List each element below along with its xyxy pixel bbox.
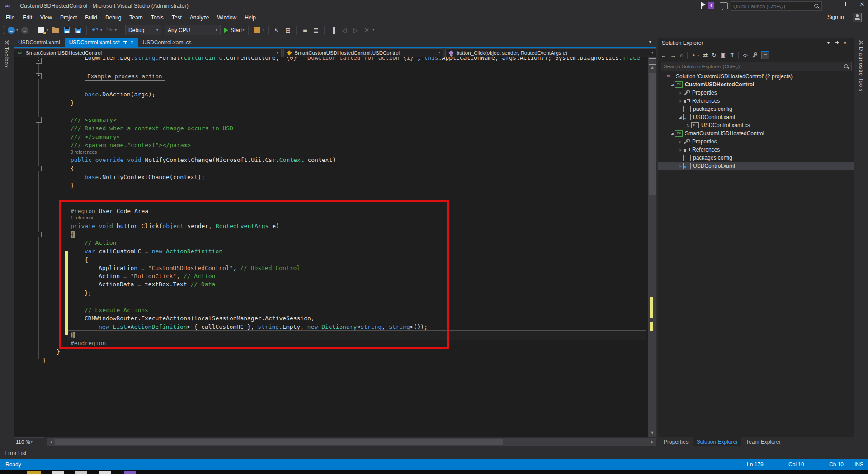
home-button[interactable]: ⌂: [680, 52, 683, 58]
toolbox-tool-tab[interactable]: Toolbox: [0, 38, 13, 68]
pending-changes-filter-icon[interactable]: ◔: [692, 52, 695, 58]
tree-item-properties[interactable]: ▷Properties: [658, 89, 854, 97]
open-file-icon[interactable]: [52, 28, 59, 33]
outline-collapse-icon[interactable]: -: [36, 58, 42, 64]
scroll-right-icon[interactable]: ▸: [648, 440, 656, 444]
menu-team[interactable]: Team: [125, 13, 146, 22]
editor-horizontal-scrollbar[interactable]: ◂ ▸: [47, 438, 656, 446]
navigate-forward-button[interactable]: →: [21, 27, 28, 34]
quick-launch-box[interactable]: [731, 1, 822, 11]
sync-with-active-document-icon[interactable]: ⇄: [703, 52, 708, 58]
breadcrumb-1[interactable]: C#SmartCustomUSDHostedControl▾: [14, 48, 282, 57]
undo-dropdown-icon[interactable]: ▾: [100, 28, 102, 32]
tree-item-usdcontrol-xaml-cs[interactable]: ▷USDControl.xaml.cs: [658, 121, 854, 129]
menu-analyze[interactable]: Analyze: [186, 13, 213, 22]
navigate-backward-dropdown-icon[interactable]: ▾: [16, 28, 18, 32]
breadcrumb-3[interactable]: button_Click(object sender, RoutedEventA…: [445, 48, 656, 57]
chevron-down-icon[interactable]: ▾: [276, 51, 278, 55]
close-icon[interactable]: ×: [130, 39, 133, 46]
editor-vertical-scrollbar[interactable]: ▲ ▼: [648, 57, 656, 437]
tab-usdcontrol-xaml-cs[interactable]: USDControl.xaml.cs*×: [65, 38, 138, 47]
scroll-up-icon[interactable]: ▲: [648, 65, 656, 70]
tree-item-properties[interactable]: ▷Properties: [658, 137, 854, 146]
scroll-down-icon[interactable]: ▼: [648, 431, 656, 435]
save-all-icon[interactable]: [75, 28, 81, 33]
user-avatar-icon[interactable]: [853, 13, 862, 22]
close-panel-icon[interactable]: ×: [844, 40, 847, 46]
back-button[interactable]: ←: [661, 52, 666, 58]
tree-item-smartcustomusdhostedcontrol[interactable]: ◢C#SmartCustomUSDHostedControl: [658, 129, 854, 137]
collapsed-arrow-icon[interactable]: ▷: [677, 164, 683, 168]
outline-expand-icon[interactable]: +: [36, 73, 42, 79]
scrollbar-thumb[interactable]: [55, 439, 503, 445]
tool-tab-solution-explorer[interactable]: Solution Explorer: [693, 437, 741, 446]
tree-item-usdcontrol-xaml[interactable]: ◢USDControl.xaml: [658, 113, 854, 121]
maximize-button[interactable]: [841, 0, 854, 10]
tree-item-customusdhostedcontrol[interactable]: ◢C#CustomUSDHostedControl: [658, 81, 854, 89]
solution-platform-combo[interactable]: Any CPU▾: [165, 25, 221, 35]
clear-bookmarks-icon[interactable]: ✕: [363, 26, 371, 34]
tree-item-usdcontrol-xaml[interactable]: ▷USDControl.xaml: [658, 162, 854, 170]
collapsed-arrow-icon[interactable]: ▷: [677, 99, 683, 103]
redo-dropdown-icon[interactable]: ▾: [115, 28, 117, 32]
auto-hide-pin-icon[interactable]: [835, 41, 839, 45]
code-editor[interactable]: LogWriter.Log(string.Format(CultureInfo.…: [14, 57, 648, 437]
collapsed-arrow-icon[interactable]: ▷: [685, 123, 691, 128]
pin-icon[interactable]: [123, 40, 127, 45]
quick-launch-input[interactable]: [731, 4, 814, 9]
feedback-flag-icon[interactable]: [700, 2, 706, 9]
collapsed-region-box[interactable]: Example process action: [85, 72, 165, 81]
start-debugging-button[interactable]: Start ▾: [224, 27, 244, 33]
indent-lines-icon[interactable]: ≡: [301, 26, 309, 34]
collapsed-arrow-icon[interactable]: ▷: [677, 140, 683, 144]
taskbar-icon-fragment[interactable]: [99, 471, 111, 474]
tree-item-references[interactable]: ▷References: [658, 97, 854, 105]
error-list-tab[interactable]: Error List: [0, 448, 868, 459]
expanded-arrow-icon[interactable]: ◢: [669, 132, 675, 136]
scroll-left-icon[interactable]: ◂: [47, 440, 55, 444]
menu-edit[interactable]: Edit: [19, 13, 36, 22]
comment-lines-icon[interactable]: ≣: [312, 26, 320, 34]
search-input[interactable]: [661, 64, 844, 69]
navigate-backward-button[interactable]: ←: [8, 27, 15, 34]
save-icon[interactable]: [64, 27, 70, 33]
tree-item-references[interactable]: ▷References: [658, 146, 854, 154]
filter-dropdown-icon[interactable]: ▾: [698, 53, 699, 57]
editor-zoom-combo[interactable]: 110 % ▾: [14, 437, 44, 446]
collapsed-arrow-icon[interactable]: ▷: [677, 91, 683, 95]
chevron-down-icon[interactable]: ▾: [439, 51, 440, 55]
expanded-arrow-icon[interactable]: ◢: [677, 115, 683, 119]
preview-selected-items-toggle[interactable]: ─: [761, 51, 769, 59]
undo-button[interactable]: ↶: [91, 26, 99, 34]
split-window-handle[interactable]: [649, 58, 656, 65]
toolbar-grip[interactable]: [3, 26, 5, 34]
nest-files-icon[interactable]: ▣: [721, 52, 726, 58]
minimize-button[interactable]: —: [826, 0, 840, 10]
menu-test[interactable]: Test: [168, 13, 186, 22]
taskbar-icon-fragment[interactable]: [75, 471, 87, 474]
solution-configuration-combo[interactable]: Debug▾: [125, 25, 161, 35]
taskbar-icon-fragment[interactable]: [124, 471, 136, 474]
toolbar-overflow-icon[interactable]: ▾: [372, 28, 374, 32]
menu-help[interactable]: Help: [241, 13, 260, 22]
new-project-icon[interactable]: [38, 27, 44, 33]
menu-tools[interactable]: Tools: [147, 13, 168, 22]
outline-collapse-icon[interactable]: -: [36, 166, 42, 171]
feedback-badge[interactable]: 4: [708, 2, 714, 9]
menu-window[interactable]: Window: [213, 13, 241, 22]
send-feedback-icon[interactable]: [720, 2, 728, 9]
diagnostic-tools-tool-tab[interactable]: Diagnostic Tools: [855, 38, 868, 92]
scrollbar-thumb[interactable]: [649, 73, 656, 195]
solution-explorer-search-box[interactable]: [661, 62, 852, 71]
menu-build[interactable]: Build: [81, 13, 101, 22]
next-bookmark-icon[interactable]: ▷: [351, 26, 359, 34]
tree-item-packages-config[interactable]: packages.config: [658, 154, 854, 162]
view-code-icon[interactable]: <>: [743, 53, 747, 58]
tab-overflow-icon[interactable]: ▼: [648, 40, 652, 44]
sign-in-link[interactable]: Sign in: [827, 14, 844, 20]
live-visual-tree-icon[interactable]: [254, 27, 260, 33]
selection-tool-icon[interactable]: ↖: [273, 26, 281, 34]
tool-tab-team-explorer[interactable]: Team Explorer: [742, 437, 784, 446]
tree-item-packages-config[interactable]: packages.config: [658, 105, 854, 113]
collapsed-arrow-icon[interactable]: ▷: [677, 148, 683, 152]
